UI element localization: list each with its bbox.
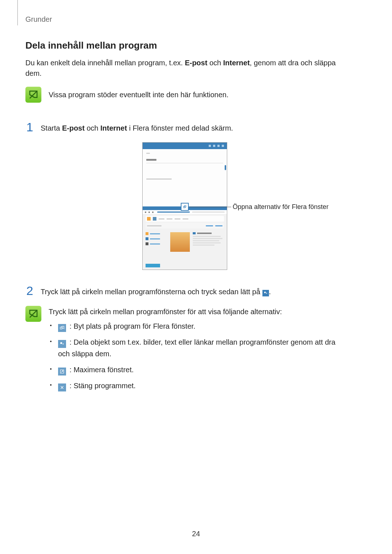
list-text: : Byt plats på program för Flera fönster… [68,322,195,330]
page-number: 24 [0,530,392,538]
page-content: Dela innehåll mellan program Du kan enke… [25,40,344,396]
intro-text: och [207,59,223,67]
note-icon [25,87,41,103]
svg-rect-3 [60,327,62,329]
figure-top-titlebar [143,143,227,149]
step-text-part: . [269,288,271,296]
section-title: Dela innehåll mellan program [25,40,344,51]
list-item: : Dela objekt som t.ex. bilder, text ell… [49,336,344,360]
list-item: : Stäng programmet. [49,380,344,391]
figure-center-handle [181,203,189,211]
step-number: 1 [25,121,34,133]
figure-multiwindow [142,142,227,270]
list-text: : Maximera fönstret. [68,366,134,374]
step-number: 2 [25,284,34,297]
header-divider [17,0,18,25]
step-text-part: Starta [41,124,62,132]
list-item: : Maximera fönstret. [49,364,344,376]
step-1: 1 Starta E-post och Internet i Flera fön… [25,121,344,134]
intro-text: Du kan enkelt dela innehåll mellan progr… [25,59,185,67]
bullet-icon [50,384,52,386]
step-text: Tryck lätt på cirkeln mellan programföns… [41,284,271,297]
close-icon [58,383,66,391]
swap-icon [58,324,66,332]
note-text: Vissa program stöder eventuellt inte den… [49,87,229,100]
step-text: Starta E-post och Internet i Flera fönst… [41,121,233,134]
maximize-icon [58,368,66,376]
intro-paragraph: Du kan enkelt dela innehåll mellan progr… [25,58,344,79]
intro-bold-internet: Internet [223,59,250,67]
step-text-part: i Flera fönster med delad skärm. [127,124,233,132]
bullet-icon [50,341,52,342]
step-text-part: Tryck lätt på cirkeln mellan programföns… [41,288,262,296]
callout-label: Öppna alternativ för Flera fönster [233,203,328,211]
step-text-part: och [85,124,100,132]
figure-bottom-pane [143,206,227,270]
list-text: : Dela objekt som t.ex. bilder, text ell… [58,338,335,358]
breadcrumb: Grunder [25,15,52,24]
svg-rect-4 [62,326,64,328]
share-icon [262,290,269,296]
figure-wrap: Öppna alternativ för Flera fönster [25,142,344,270]
callout-line [189,207,231,207]
note-block-2: Tryck lätt på cirkeln mellan programföns… [25,306,344,396]
note2-intro: Tryck lätt på cirkeln mellan programföns… [49,306,344,317]
step-bold: Internet [101,124,127,132]
step-bold: E-post [62,124,85,132]
list-item: : Byt plats på program för Flera fönster… [49,320,344,332]
intro-bold-epost: E-post [185,59,207,67]
figure-top-pane [143,149,227,206]
share-icon [58,340,66,348]
bullet-icon [50,325,52,326]
note-block: Vissa program stöder eventuellt inte den… [25,87,344,103]
list-text: : Stäng programmet. [68,382,136,390]
note-icon [25,306,41,322]
bullet-icon [50,368,52,370]
note2-body: Tryck lätt på cirkeln mellan programföns… [49,306,344,396]
svg-rect-2 [264,292,266,293]
svg-rect-5 [60,342,62,344]
step-2: 2 Tryck lätt på cirkeln mellan programfö… [25,284,344,297]
